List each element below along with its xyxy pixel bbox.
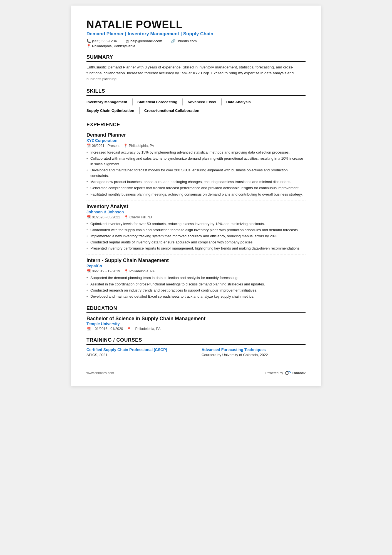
skill-item: Supply Chain Optimization <box>86 107 140 114</box>
bullet-item: Assisted in the coordination of cross-fu… <box>86 282 306 287</box>
skills-grid: Inventory ManagementStatistical Forecast… <box>86 98 306 116</box>
email-icon: @ <box>126 39 129 43</box>
summary-title: SUMMARY <box>86 54 306 62</box>
training-name: Certified Supply Chain Professional (CSC… <box>86 347 190 352</box>
job-meta: 📅 06/2019 - 12/2019📍 Philadelphia, PA <box>86 269 306 273</box>
training-grid: Certified Supply Chain Professional (CSC… <box>86 347 306 357</box>
bullet-item: Generated comprehensive reports that tra… <box>86 185 306 191</box>
job-meta: 📅 06/2021 - Present📍 Philadelphia, PA <box>86 144 306 148</box>
contact-row: 📞 (555) 555-1234 @ help@enhancv.com 🔗 li… <box>86 39 306 43</box>
skills-row: Inventory ManagementStatistical Forecast… <box>86 98 260 107</box>
bullet-item: Optimized inventory levels for over 50 p… <box>86 221 306 227</box>
training-item: Certified Supply Chain Professional (CSC… <box>86 347 190 357</box>
bullet-list: Supported the demand planning team in da… <box>86 275 306 299</box>
job-meta: 📅 01/2020 - 05/2021📍 Cherry Hill, NJ <box>86 215 306 219</box>
edu-date: 01/2016 - 01/2020 <box>95 327 123 331</box>
edu-location: Philadelphia, PA <box>135 327 160 331</box>
job-separator <box>86 255 306 255</box>
jobs-container: Demand PlannerXYZ Corporation📅 06/2021 -… <box>86 132 306 299</box>
linkedin-url: linkedin.com <box>177 39 197 43</box>
company-name: PepsiCo <box>86 264 306 268</box>
job-date: 📅 01/2020 - 05/2021 <box>86 215 120 219</box>
footer-website: www.enhancv.com <box>86 371 114 375</box>
skills-section: SKILLS Inventory ManagementStatistical F… <box>86 88 306 116</box>
education-title: EDUCATION <box>86 305 306 313</box>
job-title: Intern - Supply Chain Management <box>86 258 306 263</box>
training-name: Advanced Forecasting Techniques <box>202 347 306 352</box>
bullet-item: Facilitated monthly business planning me… <box>86 192 306 197</box>
phone-number: (555) 555-1234 <box>92 39 117 43</box>
enhancv-logo: Enhancv <box>285 371 306 375</box>
edu-school: Temple University <box>86 322 306 326</box>
link-icon: 🔗 <box>171 39 175 43</box>
bullet-item: Developed and maintained detailed Excel … <box>86 294 306 299</box>
skills-row: Supply Chain OptimizationCross-functiona… <box>86 107 209 115</box>
skills-title: SKILLS <box>86 88 306 96</box>
footer-brand: Powered by Enhancv <box>266 371 306 375</box>
bullet-item: Supported the demand planning team in da… <box>86 275 306 281</box>
training-title: TRAINING / COURSES <box>86 337 306 345</box>
candidate-title: Demand Planner | Inventory Management | … <box>86 31 306 37</box>
job-entry: Inventory AnalystJohnson & Johnson📅 01/2… <box>86 204 306 255</box>
bullet-item: Conducted regular audits of inventory da… <box>86 240 306 245</box>
skill-item: Advanced Excel <box>187 98 222 105</box>
edu-location-icon: 📍 <box>127 327 131 331</box>
experience-section: EXPERIENCE Demand PlannerXYZ Corporation… <box>86 122 306 299</box>
phone-icon: 📞 <box>86 39 91 43</box>
job-location: 📍 Philadelphia, PA <box>123 144 154 148</box>
summary-section: SUMMARY Enthusiastic Demand Planner with… <box>86 54 306 82</box>
email-address: help@enhancv.com <box>130 39 162 43</box>
email-contact: @ help@enhancv.com <box>126 39 162 43</box>
bullet-item: Conducted research on industry trends an… <box>86 288 306 293</box>
bullet-item: Managed new product launches, phase-outs… <box>86 179 306 185</box>
bullet-item: Implemented a new inventory tracking sys… <box>86 233 306 239</box>
enhancv-icon <box>285 371 291 375</box>
job-entry: Intern - Supply Chain ManagementPepsiCo📅… <box>86 258 306 299</box>
job-date: 📅 06/2019 - 12/2019 <box>86 269 120 273</box>
footer: www.enhancv.com Powered by Enhancv <box>86 368 306 375</box>
edu-degree: Bachelor of Science in Supply Chain Mana… <box>86 316 306 322</box>
skill-item: Cross-functional Collaboration <box>144 107 204 114</box>
resume-page: NATALIE POWELL Demand Planner | Inventor… <box>71 6 321 386</box>
summary-text: Enthusiastic Demand Planner with 3 years… <box>86 65 306 82</box>
skill-item: Statistical Forecasting <box>137 98 183 105</box>
skill-item: Inventory Management <box>86 98 133 105</box>
job-date: 📅 06/2021 - Present <box>86 144 120 148</box>
job-title: Demand Planner <box>86 132 306 138</box>
job-entry: Demand PlannerXYZ Corporation📅 06/2021 -… <box>86 132 306 201</box>
job-location: 📍 Philadelphia, PA <box>124 269 155 273</box>
location-text: Philadelphia, Pennsylvania <box>92 44 135 48</box>
skill-item: Data Analysis <box>226 98 256 105</box>
bullet-item: Presented inventory performance reports … <box>86 246 306 251</box>
bullet-item: Coordinated with the supply chain and pr… <box>86 227 306 233</box>
company-name: XYZ Corporation <box>86 138 306 143</box>
location-row: 📍 Philadelphia, Pennsylvania <box>86 44 306 48</box>
phone-contact: 📞 (555) 555-1234 <box>86 39 117 43</box>
education-section: EDUCATION Bachelor of Science in Supply … <box>86 305 306 331</box>
bullet-list: Optimized inventory levels for over 50 p… <box>86 221 306 251</box>
experience-title: EXPERIENCE <box>86 122 306 129</box>
brand-name: Enhancv <box>292 371 306 375</box>
training-item: Advanced Forecasting TechniquesCoursera … <box>202 347 306 357</box>
bullet-list: Increased forecast accuracy by 15% by im… <box>86 150 306 197</box>
training-detail: Coursera by University of Colorado, 2022 <box>202 353 306 357</box>
candidate-name: NATALIE POWELL <box>86 19 306 31</box>
bullet-item: Increased forecast accuracy by 15% by im… <box>86 150 306 155</box>
location-icon: 📍 <box>86 44 91 48</box>
header: NATALIE POWELL Demand Planner | Inventor… <box>86 19 306 48</box>
job-location: 📍 Cherry Hill, NJ <box>124 215 152 219</box>
training-detail: APICS, 2021 <box>86 353 190 357</box>
company-name: Johnson & Johnson <box>86 210 306 214</box>
linkedin-contact: 🔗 linkedin.com <box>171 39 197 43</box>
training-section: TRAINING / COURSES Certified Supply Chai… <box>86 337 306 357</box>
powered-by-text: Powered by <box>266 371 283 375</box>
edu-meta: 📅 01/2016 - 01/2020 📍 Philadelphia, PA <box>86 327 306 331</box>
bullet-item: Developed and maintained forecast models… <box>86 167 306 179</box>
bullet-item: Collaborated with marketing and sales te… <box>86 156 306 167</box>
job-separator <box>86 201 306 201</box>
edu-date-icon: 📅 <box>86 327 91 331</box>
job-title: Inventory Analyst <box>86 204 306 209</box>
